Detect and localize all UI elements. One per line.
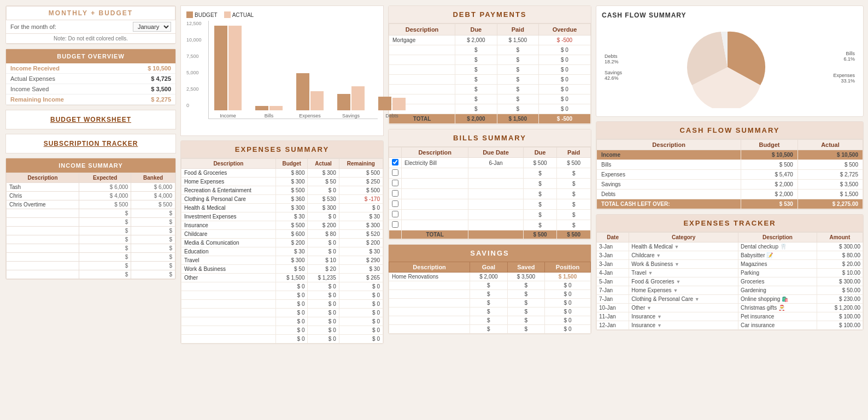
legend-actual: ACTUAL	[224, 11, 254, 18]
dropdown-arrow-icon[interactable]: ▼	[647, 305, 652, 311]
expenses-summary-row: Investment Expenses $ 30 $ 0 $ 30	[181, 212, 383, 221]
monthly-budget-title: MONTHLY + BUDGET	[6, 6, 175, 20]
bar-bills-budget	[255, 106, 268, 110]
expenses-tracker-row: 3-Jan Health & Medical ▼ Dental checkup …	[597, 242, 863, 251]
dp-desc	[389, 85, 455, 94]
y-axis: 0 2,500 5,000 7,500 10,000 12,500	[186, 21, 202, 108]
es-budget: $ 0	[275, 282, 308, 291]
sv-goal: $	[470, 290, 507, 299]
pie-chart-svg	[673, 26, 782, 108]
dropdown-arrow-icon[interactable]: ▼	[657, 323, 662, 328]
is-expected: $ 500	[79, 200, 131, 209]
remaining-income-label: Remaining Income	[10, 96, 127, 103]
bs-checkbox-cell[interactable]	[389, 210, 402, 220]
expenses-right-label: Expenses33.1%	[833, 73, 855, 84]
income-summary-header: INCOME SUMMARY	[6, 158, 175, 173]
bs-desc	[402, 199, 468, 210]
dropdown-arrow-icon[interactable]: ▼	[648, 270, 653, 276]
dropdown-arrow-icon[interactable]: ▼	[675, 244, 679, 250]
bs-paid: $	[557, 168, 591, 179]
income-received-row: Income Received $ 10,500	[6, 63, 175, 74]
dp-due: $	[455, 55, 497, 65]
bar-group-debts: Debts	[378, 97, 406, 119]
et-category: Food & Groceries ▼	[629, 277, 738, 286]
is-col-expected: Expected	[79, 173, 131, 183]
dropdown-arrow-icon[interactable]: ▼	[673, 288, 678, 293]
es-cat: Work & Business	[181, 265, 276, 274]
cfs-desc: Bills	[597, 160, 741, 170]
et-category: Clothing & Personal Care ▼	[629, 295, 738, 304]
debt-payment-row: $ $ $ 0	[389, 45, 591, 55]
es-remaining: $ 520	[339, 230, 383, 239]
bs-checkbox-cell[interactable]	[389, 189, 402, 199]
dropdown-arrow-icon[interactable]: ▼	[657, 314, 662, 320]
et-date: 5-Jan	[597, 277, 629, 286]
bills-checkbox[interactable]	[392, 221, 398, 228]
expenses-summary-row: Childcare $ 600 $ 80 $ 520	[181, 230, 383, 239]
sv-goal: $	[470, 316, 507, 325]
dropdown-arrow-icon[interactable]: ▼	[695, 297, 700, 302]
bs-checkbox-cell[interactable]	[389, 220, 402, 230]
es-budget: $ 1,500	[275, 274, 308, 282]
es-actual: $ 0	[308, 186, 339, 195]
bs-duedate	[468, 189, 523, 199]
savings-row: $ $ $ 0	[389, 307, 591, 316]
bills-checkbox[interactable]	[392, 169, 398, 176]
bills-checkbox[interactable]	[392, 211, 398, 217]
expenses-tracker-row: 7-Jan Home Expenses ▼ Gardening $ 50.00	[597, 286, 863, 295]
dropdown-arrow-icon[interactable]: ▼	[676, 279, 681, 285]
bills-summary-row: $ $	[389, 210, 591, 220]
cashflow-row: Savings $ 2,000 $ 3,500	[597, 180, 863, 190]
es-remaining: $ 0	[339, 309, 383, 317]
et-amount: $ 300.00	[817, 242, 863, 251]
et-date: 3-Jan	[597, 260, 629, 269]
sv-desc	[389, 290, 470, 299]
et-desc: Magazines	[738, 260, 817, 269]
bs-checkbox-cell[interactable]	[389, 199, 402, 210]
es-cat: Investment Expenses	[181, 212, 276, 221]
income-summary-card: INCOME SUMMARY Description Expected Bank…	[5, 158, 176, 280]
is-expected: $	[79, 253, 131, 262]
bs-checkbox-cell[interactable]	[389, 179, 402, 189]
expenses-summary-row: Education $ 30 $ 0 $ 30	[181, 247, 383, 256]
bs-paid: $	[557, 179, 591, 189]
es-actual: $ 0	[308, 335, 339, 344]
es-cat	[181, 282, 276, 291]
monthly-budget-card: MONTHLY + BUDGET For the month of: Janua…	[5, 5, 176, 44]
bs-checkbox-cell[interactable]	[389, 168, 402, 179]
cfs-actual: $ 3,500	[797, 180, 863, 190]
bills-checkbox[interactable]	[392, 180, 398, 186]
subscription-tracker-link[interactable]: SUBSCRIPTION TRACKER	[5, 134, 176, 153]
et-col-category: Category	[629, 233, 738, 242]
cfs-budget: $ 10,500	[741, 150, 798, 160]
bills-summary-row: $ $	[389, 168, 591, 179]
bills-summary-row: $ $	[389, 220, 591, 230]
bs-desc	[402, 210, 468, 220]
bills-summary-row: $ $	[389, 179, 591, 189]
is-desc	[7, 227, 79, 235]
dropdown-arrow-icon[interactable]: ▼	[656, 253, 661, 258]
es-remaining: $ 0	[339, 204, 383, 212]
month-select[interactable]: January	[133, 22, 171, 32]
bills-checkbox[interactable]	[392, 200, 398, 207]
bills-checkbox[interactable]	[392, 190, 398, 197]
et-col-amount: Amount	[817, 233, 863, 242]
es-budget: $ 0	[275, 309, 308, 317]
es-remaining: $ 30	[339, 265, 383, 274]
es-remaining: $ 0	[339, 335, 383, 344]
bills-checkbox[interactable]	[392, 159, 398, 165]
expenses-tracker-row: 3-Jan Work & Business ▼ Magazines $ 20.0…	[597, 260, 863, 269]
debt-payment-row: $ $ $ 0	[389, 85, 591, 94]
es-actual: $ 0	[308, 247, 339, 256]
es-remaining: $ 0	[339, 282, 383, 291]
bar-income-actual	[228, 26, 242, 110]
es-actual: $ 1,235	[308, 274, 339, 282]
expenses-summary-row: Insurance $ 500 $ 200 $ 300	[181, 221, 383, 230]
et-amount: $ 80.00	[817, 251, 863, 260]
et-desc: Dental checkup 🦷	[738, 242, 817, 251]
is-expected: $	[79, 209, 131, 218]
dropdown-arrow-icon[interactable]: ▼	[675, 262, 679, 267]
budget-worksheet-link[interactable]: BUDGET WORKSHEET	[5, 110, 176, 129]
cfs-col-actual: Actual	[797, 140, 863, 150]
bs-checkbox-cell[interactable]	[389, 158, 402, 168]
